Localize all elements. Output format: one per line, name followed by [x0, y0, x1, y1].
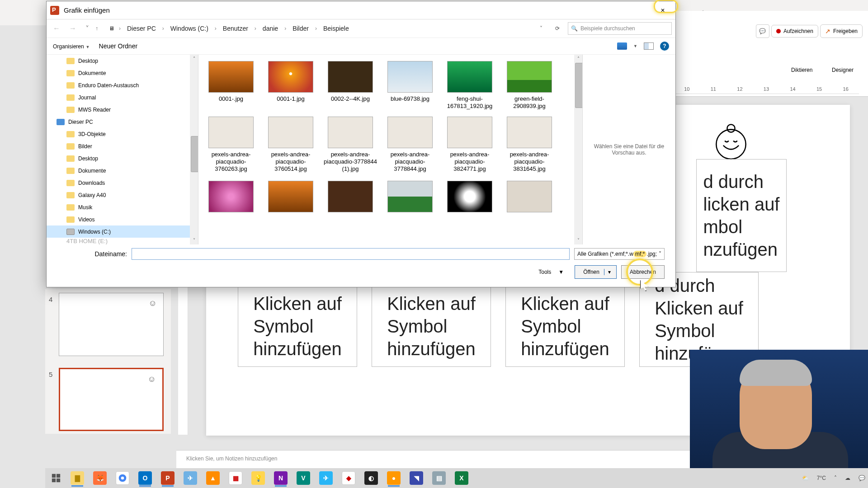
- file-item[interactable]: [380, 179, 440, 217]
- taskbar-app-v[interactable]: V: [294, 469, 313, 487]
- tree-item[interactable]: Windows (C:): [47, 225, 198, 238]
- start-button[interactable]: [48, 471, 64, 485]
- taskbar-app-3[interactable]: 💡: [249, 469, 268, 487]
- taskbar-powerpoint[interactable]: P: [158, 469, 177, 487]
- slide-thumb-4[interactable]: ☺: [59, 293, 164, 356]
- taskbar-app-4[interactable]: ◆: [339, 469, 358, 487]
- refresh-icon[interactable]: ⟳: [551, 25, 564, 32]
- taskbar-app-rec[interactable]: ●: [384, 469, 403, 487]
- taskbar-app-5[interactable]: ◐: [362, 469, 381, 487]
- breadcrumb[interactable]: danie: [261, 25, 280, 32]
- files-scrollbar[interactable]: ˄˅: [574, 55, 582, 244]
- taskbar-outlook[interactable]: O: [136, 469, 155, 487]
- taskbar-explorer[interactable]: ▇: [68, 469, 87, 487]
- image-placeholder-1[interactable]: d durchlicken aufmbolnzufügen: [696, 159, 787, 272]
- tree-item[interactable]: Videos: [47, 213, 198, 225]
- file-item[interactable]: pexels-andrea-piacquadio-3760263.jpg: [201, 115, 261, 178]
- help-icon[interactable]: ?: [660, 42, 669, 51]
- taskbar-vlc[interactable]: ▲: [203, 469, 222, 487]
- ribbon-group-dictate[interactable]: Diktieren Sprache: [791, 46, 813, 90]
- tree-item[interactable]: Desktop: [47, 55, 198, 67]
- taskbar-app-2[interactable]: ▦: [226, 469, 245, 487]
- tree-item[interactable]: Galaxy A40: [47, 189, 198, 201]
- file-type-select[interactable]: Alle Grafiken (*.emf;*.wmf;*.jpg; ˅: [574, 248, 665, 260]
- file-item[interactable]: 0001-1.jpg: [261, 59, 321, 115]
- file-item[interactable]: 0002-2--4K.jpg: [321, 59, 380, 115]
- file-item[interactable]: [500, 179, 559, 217]
- file-item[interactable]: [261, 179, 321, 217]
- view-mode-icon[interactable]: [617, 42, 627, 50]
- tools-menu[interactable]: Tools▼: [538, 269, 564, 275]
- breadcrumb[interactable]: Beispiele: [321, 25, 351, 32]
- tree-item[interactable]: Journal: [47, 91, 198, 103]
- tree-item[interactable]: Desktop: [47, 152, 198, 164]
- file-item[interactable]: pexels-andrea-piacquadio-3778844.jpg: [380, 115, 440, 178]
- breadcrumb[interactable]: Dieser PC: [125, 25, 158, 32]
- image-placeholder-4[interactable]: Klicken aufSymbolhinzufügen: [505, 286, 625, 367]
- tree-scrollbar[interactable]: ˄˅: [190, 55, 198, 244]
- breadcrumb[interactable]: Windows (C:): [169, 25, 210, 32]
- scrollbar-thumb[interactable]: [191, 136, 198, 172]
- file-item[interactable]: green-field-2908939.jpg: [500, 59, 559, 115]
- slide-thumb-5[interactable]: ☺: [59, 368, 164, 431]
- breadcrumb[interactable]: Benutzer: [221, 25, 250, 32]
- tree-item[interactable]: Bilder: [47, 140, 198, 152]
- file-item[interactable]: 0001-.jpg: [201, 59, 261, 115]
- tree-item[interactable]: Musik: [47, 201, 198, 213]
- taskbar-app-1[interactable]: ✈: [181, 469, 200, 487]
- organize-menu[interactable]: Organisieren ▼: [53, 42, 90, 50]
- tray-chevron-icon[interactable]: ˄: [834, 475, 837, 481]
- open-dropdown-icon[interactable]: ▾: [604, 269, 614, 275]
- file-list[interactable]: 0001-.jpg0001-1.jpg0002-2--4K.jpgblue-69…: [198, 55, 582, 244]
- file-item[interactable]: [440, 179, 500, 217]
- nav-forward-icon[interactable]: →: [66, 24, 79, 33]
- file-item[interactable]: pexels-andrea-piacquadio-3778844 (1).jpg: [321, 115, 380, 178]
- image-placeholder-2[interactable]: Klicken aufSymbolhinzufügen: [238, 286, 357, 367]
- slide-thumbnail-pane[interactable]: 4 ☺ 5 ☺: [45, 289, 171, 434]
- tree-item[interactable]: Dokumente: [47, 67, 198, 79]
- ribbon-group-designer[interactable]: Designer Designer: [831, 46, 854, 90]
- taskbar-firefox[interactable]: 🦊: [90, 469, 109, 487]
- tree-item[interactable]: Downloads: [47, 177, 198, 189]
- preview-pane-icon[interactable]: [644, 42, 654, 50]
- cancel-button[interactable]: Abbrechen: [621, 265, 665, 279]
- image-placeholder-3[interactable]: Klicken aufSymbolhinzufügen: [372, 286, 491, 367]
- nav-back-icon[interactable]: ←: [50, 24, 63, 33]
- folder-tree[interactable]: DesktopDokumenteEnduro Daten-AustauschJo…: [47, 55, 198, 244]
- new-folder-button[interactable]: Neuer Ordner: [99, 42, 138, 50]
- nav-dropdown-icon[interactable]: ˅: [83, 24, 92, 33]
- taskbar-app-6[interactable]: ◥: [407, 469, 426, 487]
- tree-item[interactable]: Enduro Daten-Austausch: [47, 79, 198, 91]
- tree-item-cut[interactable]: 4TB HOME (E:): [47, 238, 198, 244]
- tray-cloud-icon[interactable]: ☁: [845, 475, 850, 481]
- tree-item[interactable]: MWS Reader: [47, 103, 198, 116]
- tree-item[interactable]: Dokumente: [47, 164, 198, 177]
- tray-chat-icon[interactable]: 💬: [859, 475, 865, 481]
- dialog-titlebar[interactable]: Grafik einfügen ✕: [47, 1, 675, 19]
- open-button[interactable]: Öffnen▾: [575, 265, 617, 279]
- breadcrumb-root-icon[interactable]: 🖥: [109, 25, 114, 32]
- taskbar-app-7[interactable]: ▤: [429, 469, 448, 487]
- weather-icon[interactable]: ⛅: [802, 475, 809, 481]
- file-item[interactable]: blue-69738.jpg: [380, 59, 440, 115]
- filename-input[interactable]: [132, 248, 570, 260]
- address-dropdown-icon[interactable]: ˅: [535, 25, 547, 32]
- taskbar-excel[interactable]: X: [452, 469, 471, 487]
- nav-up-icon[interactable]: ↑: [95, 25, 98, 32]
- taskbar-onenote[interactable]: N: [271, 469, 290, 487]
- scrollbar-thumb[interactable]: [575, 63, 582, 108]
- file-item[interactable]: [321, 179, 380, 217]
- share-button[interactable]: ↗Freigeben: [820, 24, 863, 38]
- system-tray[interactable]: ⛅ 7°C ˄ ☁ 💬: [802, 475, 865, 481]
- file-item[interactable]: pexels-andrea-piacquadio-3831645.jpg: [500, 115, 559, 178]
- file-item[interactable]: [201, 179, 261, 217]
- taskbar-telegram[interactable]: ✈: [316, 469, 335, 487]
- view-mode-dropdown-icon[interactable]: ▼: [633, 44, 637, 48]
- record-button[interactable]: Aufzeichnen: [771, 25, 818, 38]
- comments-icon[interactable]: 💬: [756, 24, 769, 38]
- file-item[interactable]: pexels-andrea-piacquadio-3824771.jpg: [440, 115, 500, 178]
- taskbar[interactable]: ▇ 🦊 O P ✈ ▲ ▦ 💡 N V ✈ ◆ ◐ ● ◥ ▤ X ⛅ 7°C …: [45, 468, 868, 488]
- tree-item[interactable]: 3D-Objekte: [47, 128, 198, 140]
- tree-item[interactable]: Dieser PC: [47, 116, 198, 128]
- breadcrumb[interactable]: Bilder: [291, 25, 311, 32]
